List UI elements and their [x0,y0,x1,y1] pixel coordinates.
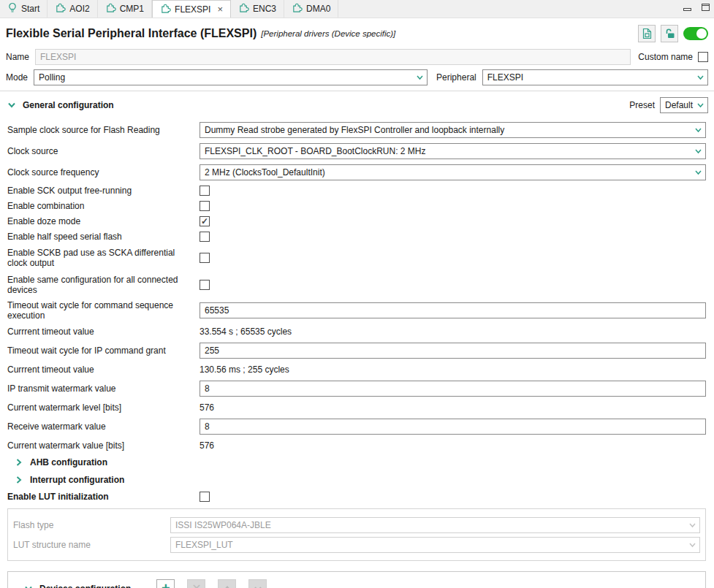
lut-structure-name-select: FLEXSPI_LUT [170,537,700,553]
add-device-button[interactable]: + [156,579,175,588]
tab-aoi2[interactable]: AOI2 [48,0,97,18]
minimize-icon[interactable] [683,8,691,11]
flash-type-select: ISSI IS25WP064A-JBLE [170,517,700,533]
move-down-button [248,579,267,588]
x-icon: ✕ [191,581,201,588]
combination-checkbox[interactable] [200,201,210,211]
chevron-down-icon [694,148,702,155]
setting-row: Enable SCKB pad use as SCKA differential… [7,244,706,271]
preset-select[interactable]: Default [660,97,708,113]
setting-label: Clock source [7,146,200,156]
ip-transmit-watermark-input[interactable] [200,381,706,397]
setting-label: Enable combination [7,201,200,211]
setting-label: IP transmit watermark value [7,383,200,394]
setting-row: Timeout wait cycle for command sequence … [7,298,706,323]
setting-row: Enable SCK output free-running [7,183,706,198]
plus-icon: + [162,580,170,588]
unlock-button[interactable] [661,25,678,42]
setting-row: Enable same configuration for all connec… [7,271,706,298]
chevron-up-icon [223,584,232,588]
ahb-configuration-header[interactable]: AHB configuration [7,454,706,471]
sckb-differential-checkbox[interactable] [200,253,210,263]
timeout-ip-command-grant-input[interactable] [200,343,706,359]
remove-device-button: ✕ [187,579,205,588]
name-label: Name [6,52,29,62]
timeout-command-sequence-input[interactable] [200,302,706,318]
tab-label: ENC3 [253,4,276,14]
setting-row: Currrent timeout value 130.56 ms ; 255 c… [7,361,706,378]
flash-type-label: Flash type [13,520,170,530]
sck-free-running-checkbox[interactable] [200,186,210,196]
clock-source-select[interactable]: FLEXSPI_CLK_ROOT - BOARD_BootClockRUN: 2… [200,143,706,159]
chevron-down-icon [696,102,704,109]
setting-label: Clock source frequency [7,167,200,177]
chevron-down-icon [416,74,424,81]
mode-select[interactable]: Polling [34,69,428,85]
setting-label: Enable same configuration for all connec… [7,275,200,295]
half-speed-serial-flash-checkbox[interactable] [200,232,210,242]
tab-label: Start [21,4,39,14]
chevron-down-icon [694,169,702,176]
tab-label: CMP1 [120,4,144,14]
setting-row: Clock source FLEXSPI_CLK_ROOT - BOARD_Bo… [7,140,706,161]
setting-row: Enable LUT initialization [7,489,706,504]
chevron-down-icon [24,584,33,588]
same-configuration-checkbox[interactable] [200,280,210,290]
tab-dma0[interactable]: DMA0 [284,0,338,18]
mode-label: Mode [6,72,28,83]
setting-row: Enable doze mode [7,213,706,229]
tab-bar: Start AOI2 CMP1 FLEXSPI × ENC3 DMA0 [0,0,714,18]
lut-initialization-checkbox[interactable] [200,492,210,502]
sample-clock-source-select[interactable]: Dummy Read strobe generated by FlexSPI C… [200,122,706,138]
tab-start[interactable]: Start [0,0,48,18]
move-up-button [218,579,236,588]
peripheral-select[interactable]: FLEXSPI [482,69,708,85]
setting-row: Enable combination [7,198,706,213]
receive-watermark-input[interactable] [200,419,706,435]
chevron-down-icon [694,126,702,134]
custom-name-checkbox[interactable] [698,52,708,62]
interrupt-configuration-header[interactable]: Interrupt configuration [7,471,706,489]
lightbulb-icon [7,2,18,15]
setting-label: Enable SCKB pad use as SCKA differential… [7,248,200,268]
lut-structure-name-label: LUT structure name [13,540,170,550]
unlock-icon [664,28,675,39]
close-icon[interactable]: × [217,4,223,14]
subsection-title: AHB configuration [30,457,107,467]
peripheral-enabled-toggle[interactable] [683,27,708,40]
tab-flexspi[interactable]: FLEXSPI × [152,0,231,18]
subsection-title: Interrupt configuration [30,475,124,485]
registers-button[interactable] [638,25,656,42]
puzzle-icon [55,2,66,15]
doze-mode-checkbox[interactable] [200,216,210,226]
general-configuration-header[interactable]: General configuration Preset Default [0,91,714,118]
tab-label: FLEXSPI [175,4,210,15]
document-icon [642,28,653,39]
current-timeout-value: 33.554 s ; 65535 cycles [200,327,706,337]
chevron-down-icon [696,74,704,81]
tab-label: DMA0 [306,4,330,14]
page-title: Flexible Serial Peripheral Interface (FL… [6,27,257,40]
tab-cmp1[interactable]: CMP1 [98,0,152,18]
tab-enc3[interactable]: ENC3 [231,0,284,18]
current-timeout-value: 130.56 ms ; 255 cycles [200,364,706,375]
settings-grid: Sample clock source for Flash Reading Du… [0,118,714,504]
setting-row: Sample clock source for Flash Reading Du… [7,119,706,140]
restore-window-icon[interactable] [702,4,710,11]
current-watermark-value: 576 [200,440,706,451]
clock-source-frequency-select[interactable]: 2 MHz (ClocksTool_DefaultInit) [200,164,706,180]
name-input: FLEXSPI [35,49,631,65]
setting-label: Sample clock source for Flash Reading [7,125,200,135]
section-title: General configuration [23,100,114,110]
setting-label: Enable LUT initialization [7,492,200,502]
setting-label: Currrent timeout value [7,327,200,337]
chevron-down-icon [7,101,16,110]
setting-label: Receive watermark value [7,421,200,432]
custom-name-label: Custom name [638,52,693,62]
setting-row: IP transmit watermark value [7,378,706,399]
peripheral-label: Peripheral [436,72,476,83]
chevron-right-icon [15,458,23,467]
setting-row: Timeout wait cycle for IP command grant [7,340,706,361]
current-watermark-level: 576 [200,402,706,413]
setting-row: Clock source frequency 2 MHz (ClocksTool… [7,161,706,183]
